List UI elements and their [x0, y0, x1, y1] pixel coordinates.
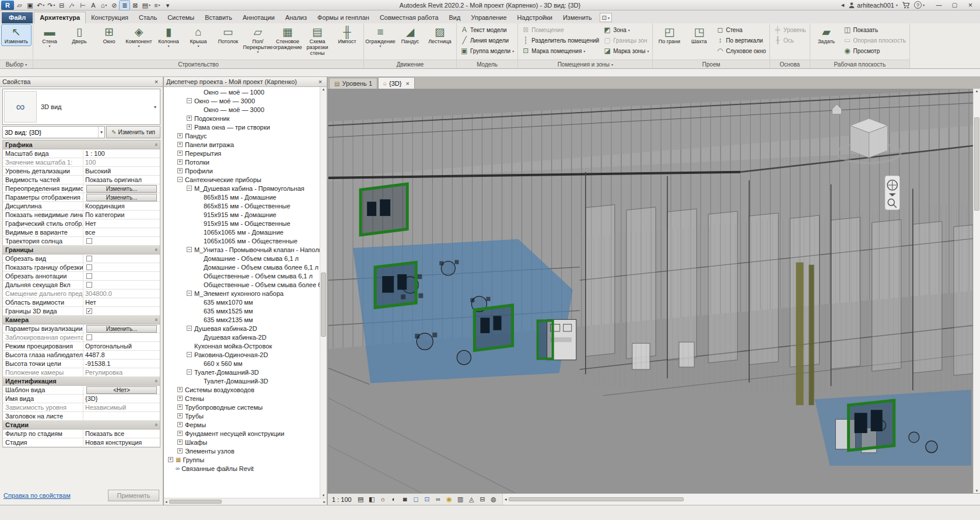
tree-item[interactable]: −Раковина-Одиночная-2D [164, 350, 320, 359]
tree-item[interactable]: 660 x 560 мм [164, 359, 320, 368]
panel-label-opening[interactable]: Проем [653, 60, 769, 68]
property-value[interactable]: все [83, 228, 160, 236]
switch-windows-icon[interactable]: ▤▾ [141, 1, 151, 10]
scroll-left-icon[interactable]: ◂ [505, 497, 507, 502]
minimize-button[interactable]: — [931, 0, 947, 10]
property-edit-button[interactable]: <Нет> [86, 386, 157, 394]
tree-item[interactable]: −Окно — моё — 3000 [164, 96, 320, 105]
tree-item[interactable]: +Подоконник [164, 114, 320, 123]
tree-item[interactable]: Окно — моё — 3000 [164, 105, 320, 114]
property-value[interactable]: {3D} [83, 395, 160, 403]
tree-item[interactable]: +Пандус [164, 131, 320, 140]
tab-view[interactable]: Вид [444, 12, 466, 23]
tree-item[interactable]: +Панели витража [164, 140, 320, 149]
tree-item[interactable]: 915x915 мм - Домашние [164, 210, 320, 219]
panel-label-build[interactable]: Строительство [33, 60, 363, 68]
tree-expander-icon[interactable]: − [187, 352, 192, 357]
button-mullion[interactable]: ╫Импост [332, 25, 362, 46]
view-tab[interactable]: ▤Уровень 1 [329, 78, 377, 89]
section-header[interactable]: Стадии« [3, 421, 160, 430]
application-button-icon[interactable]: R [1, 1, 14, 10]
button-curtain-system[interactable]: ▦Стеновое ограждение [273, 25, 302, 51]
scrollbar-thumb[interactable] [169, 500, 222, 504]
tree-item[interactable]: Домашние - Объем смыва более 6,1 л [164, 263, 320, 271]
button-area-tag[interactable]: ◪Марка зоны▾ [601, 46, 650, 56]
section-header[interactable]: Камера« [3, 316, 160, 324]
scrollbar-thumb[interactable] [509, 497, 684, 501]
panel-label-circulation[interactable]: Движение [364, 60, 456, 68]
tree-expander-icon[interactable]: + [187, 124, 192, 130]
property-value[interactable]: Высокий [83, 167, 160, 175]
close-hidden-windows-icon[interactable]: ⊠ [130, 1, 140, 10]
property-value[interactable]: 304800.0 [83, 289, 160, 298]
close-icon[interactable]: × [152, 78, 160, 85]
tree-expander-icon[interactable]: − [187, 98, 192, 103]
tree-item[interactable]: Душевая кабинка-2D [164, 333, 320, 341]
tree-item[interactable]: +Фермы [164, 420, 320, 429]
aligned-dimension-icon[interactable]: ⊢ [78, 1, 88, 10]
scroll-up-icon[interactable]: ▴ [323, 87, 325, 92]
tab-addins[interactable]: Надстройки [512, 12, 558, 23]
tab-structure[interactable]: Конструкция [86, 12, 134, 23]
panel-label-room-area[interactable]: Помещения и зоны▾ [518, 60, 652, 68]
property-value[interactable]: 100 [83, 158, 160, 166]
tab-systems[interactable]: Системы [162, 12, 200, 23]
property-edit-button[interactable]: Изменить... [86, 185, 157, 193]
property-checkbox[interactable] [86, 256, 92, 261]
scroll-down-icon[interactable]: ▾ [323, 493, 325, 498]
tree-expander-icon[interactable]: + [177, 448, 183, 453]
tree-expander-icon[interactable]: − [187, 247, 192, 252]
property-value[interactable]: Ортогональный [83, 342, 160, 350]
type-selector[interactable]: ∞ 3D вид ▾ [2, 89, 160, 125]
shadows-icon[interactable]: ◐ [390, 495, 398, 503]
tab-steel[interactable]: Сталь [134, 12, 162, 23]
property-value[interactable]: Координация [83, 202, 160, 210]
tree-item[interactable]: −Душевая кабинка-2D [164, 324, 320, 333]
help-menu[interactable]: ? ▾ [914, 1, 925, 9]
save-icon[interactable]: ▣ [25, 1, 35, 10]
redo-icon[interactable]: ↷▾ [46, 1, 56, 10]
tree-expander-icon[interactable]: + [177, 133, 183, 138]
property-value[interactable]: Независимый [83, 403, 160, 411]
tree-item[interactable]: +Перекрытия [164, 149, 320, 158]
tree-item[interactable]: −М_Душевая кабина - Прямоугольная [164, 184, 320, 193]
scroll-down-icon[interactable]: ▾ [976, 488, 978, 493]
tree-expander-icon[interactable]: − [187, 369, 192, 375]
user-interface-icon[interactable]: ≡▾ [152, 1, 162, 10]
tree-item[interactable]: 635 ммх1070 мм [164, 298, 320, 306]
tree-expander-icon[interactable]: + [177, 413, 183, 418]
print-icon[interactable]: ⊟ [57, 1, 66, 10]
property-edit-button[interactable]: Изменить... [86, 325, 157, 333]
temporary-hide-isolate-icon[interactable]: ∞ [434, 495, 443, 503]
tree-item[interactable]: 635 ммх2135 мм [164, 315, 320, 324]
measure-icon[interactable]: ∕▾ [67, 1, 77, 10]
panel-label-model[interactable]: Модель [457, 60, 517, 68]
property-checkbox[interactable] [86, 238, 92, 244]
tab-collaborate[interactable]: Совместная работа [374, 12, 444, 23]
tree-item[interactable]: ∞Связанные файлы Revit [164, 464, 320, 473]
property-value[interactable] [83, 412, 160, 420]
tree-expander-icon[interactable]: − [187, 291, 192, 296]
property-checkbox[interactable]: ✓ [86, 308, 92, 314]
close-icon[interactable]: × [316, 78, 324, 85]
tree-item[interactable]: Общественные - Объем смыва 6,1 л [164, 271, 320, 280]
selection-options-dropdown[interactable]: ⊡▾ [600, 13, 612, 22]
customize-qat-icon[interactable]: ▾ [163, 1, 173, 10]
tree-expander-icon[interactable]: + [177, 151, 183, 156]
tab-modify[interactable]: Изменить [558, 12, 597, 23]
tree-item[interactable]: 1065x1065 мм - Домашние [164, 228, 320, 236]
button-window[interactable]: ⊞Окно [94, 25, 124, 46]
tree-item[interactable]: +Трубы [164, 411, 320, 420]
section-header[interactable]: Границы« [3, 246, 160, 254]
section-header[interactable]: Идентификация« [3, 377, 160, 386]
tab-massing-site[interactable]: Формы и генплан [312, 12, 374, 23]
button-dormer-opening[interactable]: ◠Слуховое окно [714, 46, 768, 56]
property-value[interactable]: Новая конструкция [83, 438, 160, 446]
button-modify-cursor[interactable]: ↖Изменить [2, 25, 31, 46]
button-room-separator[interactable]: ┆Разделитель помещений [520, 35, 601, 46]
button-roof[interactable]: ⌂Крыша▾ [184, 25, 213, 49]
property-checkbox[interactable] [86, 273, 92, 279]
button-vertical-opening[interactable]: ↕По вертикали [714, 35, 768, 46]
scale-button[interactable]: 1 : 100 [332, 496, 354, 503]
tree-item[interactable]: Общественные - Объем смыва более 6,1 л [164, 280, 320, 289]
